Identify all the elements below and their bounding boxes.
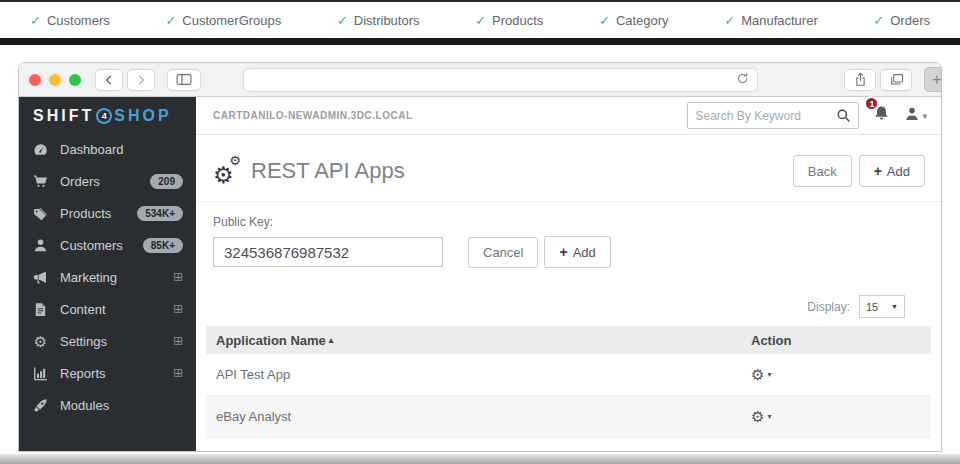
statusbar-item-customers[interactable]: ✓ Customers xyxy=(30,13,110,28)
expand-plus-icon[interactable]: ⊞ xyxy=(173,302,183,316)
sidebar-item-modules[interactable]: Modules xyxy=(19,389,196,421)
gears-icon: ⚙ xyxy=(32,334,49,349)
page-title-row: ⚙ ⚙ REST API Apps Back + Add xyxy=(206,145,931,191)
plus-icon: + xyxy=(874,163,882,179)
column-header-action: Action xyxy=(751,333,931,348)
chevron-right-icon xyxy=(135,74,147,86)
logo-4-icon: 4 xyxy=(96,108,112,124)
table-row: eBay Analyst ⚙ ▾ xyxy=(206,396,931,438)
back-button[interactable]: Back xyxy=(793,155,852,187)
back-nav-button[interactable] xyxy=(95,69,123,91)
sidebar-item-products[interactable]: Products 534K+ xyxy=(19,197,196,229)
add-key-button[interactable]: + Add xyxy=(544,236,610,268)
notifications-button[interactable]: 1 xyxy=(873,105,890,126)
zoom-window-button[interactable] xyxy=(69,74,81,86)
display-count-select[interactable]: 15 ▼ xyxy=(859,295,905,318)
select-caret-icon: ▼ xyxy=(891,303,898,310)
check-icon: ✓ xyxy=(724,13,735,28)
sidebar: SHIFT 4 SHOP Dashboard Orders 209 xyxy=(19,97,196,451)
sidebar-item-marketing[interactable]: Marketing ⊞ xyxy=(19,261,196,293)
cart-icon xyxy=(32,174,49,189)
megaphone-icon xyxy=(32,270,49,285)
statusbar-label: Customers xyxy=(47,13,110,28)
column-header-application-name[interactable]: Application Name ▴ xyxy=(206,333,751,348)
public-key-label: Public Key: xyxy=(213,215,931,229)
tags-icon xyxy=(32,206,49,221)
address-bar[interactable] xyxy=(243,68,758,92)
search-icon[interactable] xyxy=(836,108,851,123)
sidebar-item-label: Products xyxy=(60,206,111,221)
share-icon xyxy=(854,72,867,87)
chevron-down-icon: ▾ xyxy=(922,111,927,121)
close-window-button[interactable] xyxy=(29,74,41,86)
sidebar-item-label: Settings xyxy=(60,334,107,349)
sidebar-toggle-button[interactable] xyxy=(167,69,201,91)
add-app-button[interactable]: + Add xyxy=(859,155,925,187)
logo-text-shop: SHOP xyxy=(114,107,171,125)
statusbar-item-category[interactable]: ✓ Category xyxy=(599,13,669,28)
sidebar-item-reports[interactable]: Reports ⊞ xyxy=(19,357,196,389)
refresh-icon[interactable] xyxy=(736,71,749,89)
window-controls xyxy=(29,74,81,86)
sort-asc-icon: ▴ xyxy=(329,335,334,345)
search-input[interactable] xyxy=(695,109,836,123)
rocket-icon xyxy=(32,398,49,413)
sidebar-item-label: Reports xyxy=(60,366,106,381)
new-tab-button[interactable]: + xyxy=(924,67,942,92)
check-icon: ✓ xyxy=(599,13,610,28)
statusbar-item-orders[interactable]: ✓ Orders xyxy=(873,13,930,28)
check-icon: ✓ xyxy=(337,13,348,28)
products-count-badge: 534K+ xyxy=(137,206,183,221)
share-button[interactable] xyxy=(844,69,876,91)
apps-table: Application Name ▴ Action API Test App ⚙… xyxy=(206,326,931,438)
statusbar-label: Orders xyxy=(890,13,930,28)
admin-app: SHIFT 4 SHOP Dashboard Orders 209 xyxy=(19,97,941,451)
tabs-overview-button[interactable] xyxy=(880,69,912,91)
sidebar-item-content[interactable]: Content ⊞ xyxy=(19,293,196,325)
sidebar-item-customers[interactable]: Customers 85K+ xyxy=(19,229,196,261)
statusbar-item-distributors[interactable]: ✓ Distributors xyxy=(337,13,420,28)
user-avatar-icon xyxy=(904,106,920,126)
display-count-value: 15 xyxy=(866,301,878,313)
store-domain: CARTDANILO-NEWADMIN.3DC.LOCAL xyxy=(213,110,413,121)
check-icon: ✓ xyxy=(165,13,176,28)
sidebar-item-orders[interactable]: Orders 209 xyxy=(19,165,196,197)
divider-strip xyxy=(0,38,960,45)
forward-nav-button[interactable] xyxy=(127,69,155,91)
sidebar-item-dashboard[interactable]: Dashboard xyxy=(19,133,196,165)
sidebar-item-label: Modules xyxy=(60,398,109,413)
caret-down-icon: ▾ xyxy=(767,370,771,379)
user-menu-button[interactable]: ▾ xyxy=(904,106,927,126)
sidebar-panel-icon xyxy=(175,73,193,86)
gear-icon: ⚙ xyxy=(751,409,764,424)
row-action-menu-button[interactable]: ⚙ ▾ xyxy=(751,367,771,382)
statusbar-item-products[interactable]: ✓ Products xyxy=(475,13,543,28)
display-label: Display: xyxy=(807,300,850,314)
statusbar-item-customergroups[interactable]: ✓ CustomerGroups xyxy=(165,13,281,28)
check-icon: ✓ xyxy=(873,13,884,28)
sidebar-item-label: Customers xyxy=(60,238,123,253)
minimize-window-button[interactable] xyxy=(49,74,61,86)
cancel-button[interactable]: Cancel xyxy=(468,237,538,268)
sidebar-item-label: Content xyxy=(60,302,106,317)
statusbar-item-manufacturer[interactable]: ✓ Manufacturer xyxy=(724,13,818,28)
display-count-row: Display: 15 ▼ xyxy=(206,295,931,318)
chevron-left-icon xyxy=(103,74,115,86)
public-key-input[interactable] xyxy=(213,237,443,267)
bar-chart-icon xyxy=(32,366,49,381)
sidebar-item-settings[interactable]: ⚙ Settings ⊞ xyxy=(19,325,196,357)
check-icon: ✓ xyxy=(30,13,41,28)
admin-header: CARTDANILO-NEWADMIN.3DC.LOCAL 1 xyxy=(196,97,941,135)
app-name-cell: API Test App xyxy=(206,367,751,382)
document-icon xyxy=(32,302,49,317)
row-action-menu-button[interactable]: ⚙ ▾ xyxy=(751,409,771,424)
logo-text-shift: SHIFT xyxy=(33,107,94,125)
title-divider xyxy=(196,201,941,202)
tabs-icon xyxy=(889,73,904,86)
expand-plus-icon[interactable]: ⊞ xyxy=(173,334,183,348)
browser-window: + SHIFT 4 SHOP Dashboard Orders 209 xyxy=(18,62,942,452)
page-gap xyxy=(0,45,960,62)
expand-plus-icon[interactable]: ⊞ xyxy=(173,366,183,380)
shift4shop-logo[interactable]: SHIFT 4 SHOP xyxy=(19,97,196,133)
expand-plus-icon[interactable]: ⊞ xyxy=(173,270,183,284)
